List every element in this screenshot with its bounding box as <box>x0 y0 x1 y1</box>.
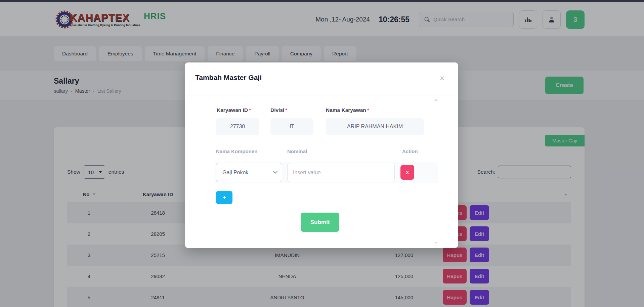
nama-karyawan-field[interactable] <box>326 118 424 135</box>
karyawan-id-field[interactable] <box>216 118 259 135</box>
divisi-label: Divisi* <box>270 107 287 113</box>
modal-title: Tambah Master Gaji <box>195 74 262 82</box>
close-icon[interactable]: ✕ <box>436 73 448 84</box>
divisi-field[interactable] <box>270 118 313 135</box>
action-label: Action <box>402 148 418 154</box>
tambah-master-gaji-modal: Tambah Master Gaji ✕ Karyawan ID* Divisi… <box>185 62 458 248</box>
submit-button[interactable]: Submit <box>301 213 339 232</box>
karyawan-id-label: Karyawan ID* <box>217 107 251 113</box>
nama-komponen-label: Nama Komponen <box>216 148 257 154</box>
nominal-input[interactable] <box>287 163 395 182</box>
required-mark: * <box>249 107 251 113</box>
remove-row-button[interactable]: X <box>400 165 414 180</box>
required-mark: * <box>285 107 287 113</box>
nama-karyawan-label: Nama Karyawan* <box>326 107 369 113</box>
required-mark: * <box>367 107 369 113</box>
scroll-down-icon[interactable] <box>434 242 438 244</box>
add-row-button[interactable]: + <box>216 191 232 204</box>
nominal-label: Nominal <box>287 148 307 154</box>
komponen-select[interactable]: Gaji Pokok <box>216 163 282 182</box>
scroll-up-icon[interactable] <box>434 99 438 101</box>
modal-divider <box>185 95 458 95</box>
